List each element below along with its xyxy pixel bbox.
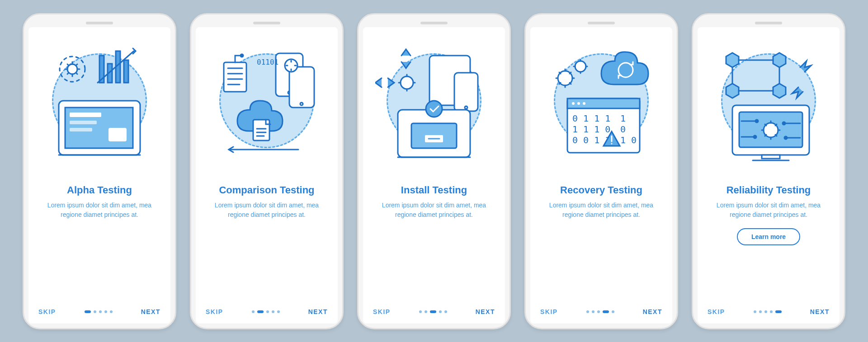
- svg-text:1 1 1 0: 1 1 1 0: [572, 124, 610, 135]
- screen-title: Install Testing: [370, 184, 498, 196]
- svg-point-47: [572, 102, 575, 105]
- screen: Reliability Testing Lorem ipsum dolor si…: [698, 27, 840, 323]
- svg-text:1: 1: [620, 113, 626, 124]
- next-button[interactable]: NEXT: [643, 308, 662, 315]
- nav-bar: SKIP NEXT: [538, 305, 665, 317]
- next-button[interactable]: NEXT: [476, 308, 495, 315]
- svg-point-72: [783, 122, 785, 125]
- illustration-comparison: 01101 1001 0011: [203, 35, 330, 175]
- phone-reliability: Reliability Testing Lorem ipsum dolor si…: [692, 13, 845, 329]
- svg-point-57: [611, 143, 613, 144]
- svg-point-70: [754, 136, 756, 138]
- svg-point-48: [577, 102, 580, 105]
- next-button[interactable]: NEXT: [141, 308, 160, 315]
- speaker-slot: [86, 22, 113, 24]
- screen-desc: Lorem ipsum dolor sit dim amet, mea regi…: [538, 196, 665, 220]
- nav-bar: SKIP NEXT: [203, 305, 330, 317]
- svg-rect-12: [108, 128, 127, 141]
- page-dots: [85, 310, 113, 313]
- svg-text:1 0: 1 0: [620, 135, 637, 145]
- svg-rect-5: [124, 60, 128, 83]
- svg-point-43: [575, 61, 586, 72]
- screen: Install Testing Lorem ipsum dolor sit di…: [363, 27, 505, 323]
- learn-more-button[interactable]: Learn more: [737, 228, 800, 245]
- screen-title: Alpha Testing: [36, 184, 163, 196]
- skip-button[interactable]: SKIP: [206, 308, 223, 315]
- svg-point-32: [401, 76, 413, 89]
- screen-title: Comparison Testing: [203, 184, 330, 196]
- phone-alpha: Alpha Testing Lorem ipsum dolor sit dim …: [23, 13, 176, 329]
- page-dots: [754, 310, 782, 313]
- svg-text:0 1 1 1: 0 1 1 1: [572, 113, 610, 124]
- speaker-slot: [420, 22, 448, 24]
- page-dots: [252, 310, 280, 313]
- svg-rect-27: [253, 120, 269, 141]
- svg-rect-11: [70, 128, 92, 131]
- phone-comparison: 01101 1001 0011 Comparison Testing Lorem…: [190, 13, 344, 329]
- illustration-alpha: [36, 35, 163, 175]
- illustration-reliability: [705, 35, 832, 175]
- page-dots: [419, 310, 447, 313]
- svg-point-68: [755, 120, 758, 122]
- skip-button[interactable]: SKIP: [540, 308, 558, 315]
- speaker-slot: [588, 22, 615, 24]
- svg-rect-9: [70, 112, 101, 117]
- screen: 01101 1001 0011 Comparison Testing Lorem…: [196, 27, 338, 323]
- screen-title: Reliability Testing: [705, 184, 832, 196]
- screen-desc: Lorem ipsum dolor sit dim amet, mea regi…: [705, 196, 832, 220]
- svg-point-23: [241, 54, 243, 57]
- skip-button[interactable]: SKIP: [373, 308, 391, 315]
- skip-button[interactable]: SKIP: [708, 308, 725, 315]
- illustration-recovery: 0 1 1 1 1 1 1 0 0 0 1 1 1 0 1 0: [538, 35, 665, 175]
- svg-point-74: [784, 136, 787, 139]
- svg-text:01101: 01101: [257, 58, 278, 66]
- page-dots: [586, 310, 614, 313]
- screen-title: Recovery Testing: [538, 184, 665, 196]
- screen-desc: Lorem ipsum dolor sit dim amet, mea regi…: [203, 196, 330, 220]
- svg-rect-64: [762, 155, 780, 159]
- illustration-install: [370, 35, 498, 175]
- phone-recovery: 0 1 1 1 1 1 1 0 0 0 1 1 1 0 1 0 Recovery…: [524, 13, 678, 329]
- screen-desc: Lorem ipsum dolor sit dim amet, mea regi…: [370, 196, 498, 220]
- speaker-slot: [755, 22, 782, 24]
- svg-rect-15: [289, 67, 314, 108]
- svg-rect-34: [454, 73, 478, 111]
- svg-point-38: [426, 101, 442, 117]
- svg-rect-18: [224, 62, 246, 92]
- nav-bar: SKIP NEXT: [370, 305, 498, 317]
- svg-text:0: 0: [620, 124, 626, 135]
- screen-desc: Lorem ipsum dolor sit dim amet, mea regi…: [36, 196, 163, 220]
- screen: 0 1 1 1 1 1 1 0 0 0 1 1 1 0 1 0 Recovery…: [530, 27, 672, 323]
- nav-bar: SKIP NEXT: [36, 305, 163, 317]
- speaker-slot: [253, 22, 280, 24]
- next-button[interactable]: NEXT: [308, 308, 328, 315]
- phone-install: Install Testing Lorem ipsum dolor sit di…: [357, 13, 511, 329]
- svg-point-49: [583, 102, 585, 105]
- screen: Alpha Testing Lorem ipsum dolor sit dim …: [28, 27, 170, 323]
- svg-rect-10: [70, 121, 97, 124]
- nav-bar: SKIP NEXT: [705, 305, 832, 317]
- skip-button[interactable]: SKIP: [38, 308, 56, 315]
- next-button[interactable]: NEXT: [810, 308, 830, 315]
